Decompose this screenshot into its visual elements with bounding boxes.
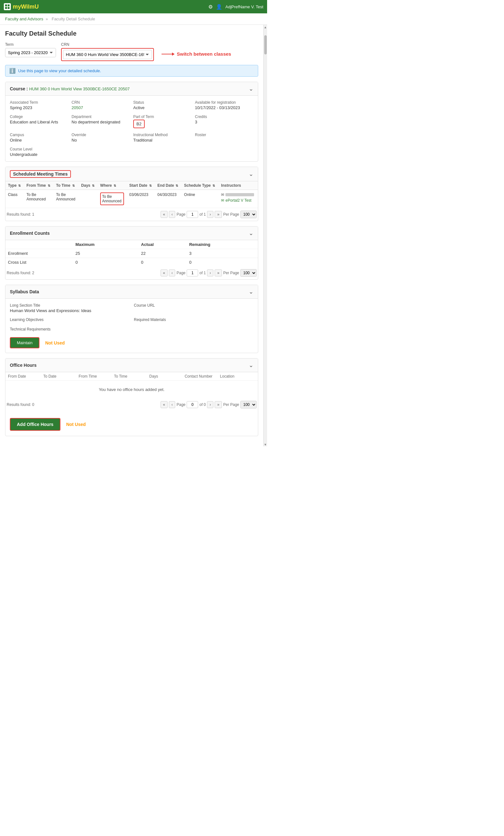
prev-page-btn[interactable]: ‹ — [169, 401, 175, 408]
required-materials: Required Materials — [134, 318, 253, 323]
office-hours-columns: From Date To Date From Time To Time Days… — [5, 372, 258, 381]
syllabus-section: Syllabus Data ⌄ Long Section Title Human… — [5, 285, 258, 353]
row-label: Enrollment — [5, 249, 73, 258]
enrollment-header[interactable]: Enrollment Counts ⌄ — [5, 227, 258, 240]
part-of-term-value: B2 — [133, 120, 145, 128]
cell-instructors: ✉ ✉ ePortal2 V Test — [218, 190, 258, 208]
scheduled-meeting-header[interactable]: Scheduled Meeting Times ⌄ — [5, 167, 258, 181]
col-actual: Actual — [139, 240, 187, 249]
scroll-down-arrow[interactable]: ▼ — [264, 443, 267, 446]
col-maximum: Maximum — [73, 240, 138, 249]
last-page-btn[interactable]: » — [215, 401, 222, 408]
office-hours-header[interactable]: Office Hours ⌄ — [5, 359, 258, 372]
scroll-thumb[interactable] — [264, 35, 267, 54]
available-detail: Available for registration 10/17/2022 - … — [195, 100, 253, 110]
next-page-btn[interactable]: › — [207, 401, 213, 408]
info-text: Use this page to view your detailed sche… — [18, 69, 101, 73]
enrollment-section: Enrollment Counts ⌄ Maximum Actual Remai… — [5, 226, 258, 280]
col-to-time: To Time ⇅ — [54, 181, 79, 190]
maintain-button[interactable]: Maintain — [10, 337, 39, 348]
term-group: Term Spring 2023 - 202320 — [5, 42, 56, 57]
first-page-btn[interactable]: « — [160, 401, 168, 408]
add-office-hours-button[interactable]: Add Office Hours — [10, 418, 60, 431]
row-remaining: 0 — [187, 258, 258, 267]
syllabus-header[interactable]: Syllabus Data ⌄ — [5, 285, 258, 299]
top-navbar: myWilmU ⚙ 👤 AdjPrefName V. Test — [0, 0, 267, 13]
row-maximum: 25 — [73, 249, 138, 258]
of-label: of 1 — [199, 271, 206, 275]
row-remaining: 3 — [187, 249, 258, 258]
page-input[interactable] — [187, 269, 198, 277]
first-page-btn[interactable]: « — [160, 269, 168, 277]
syllabus-not-used: Not Used — [45, 340, 64, 345]
logo: myWilmU — [4, 3, 39, 10]
scroll-up-arrow[interactable]: ▲ — [264, 25, 267, 29]
next-page-btn[interactable]: › — [207, 211, 213, 218]
page-label: Page — [176, 212, 186, 217]
breadcrumb-parent[interactable]: Faculty and Advisors — [5, 17, 43, 21]
svg-rect-3 — [8, 7, 9, 9]
associated-term: Associated Term Spring 2023 — [10, 100, 69, 110]
scrollbar[interactable]: ▲ ▼ — [263, 25, 267, 446]
chevron-down-icon: ⌄ — [249, 85, 253, 92]
email-icon: ✉ — [221, 192, 224, 197]
page-input[interactable] — [187, 401, 198, 408]
chevron-down-icon: ⌄ — [249, 288, 253, 295]
svg-rect-2 — [5, 7, 7, 9]
office-hours-pagination: Results found: 0 « ‹ Page of 0 › » Per P… — [5, 398, 258, 411]
col-from-date: From Date — [8, 374, 43, 379]
next-page-btn[interactable]: › — [207, 269, 213, 277]
user-icon[interactable]: 👤 — [216, 4, 222, 10]
crn-select[interactable]: HUM 360 0 Hum World View 3500BCE-1650CE … — [63, 50, 152, 59]
scheduled-meeting-body: Type ⇅ From Time ⇅ To Time ⇅ Days ⇅ Wher… — [5, 181, 258, 221]
instructor-name-link[interactable]: ePortal2 V Test — [226, 198, 251, 203]
per-page-select[interactable]: 100 — [240, 211, 257, 218]
syllabus-body: Long Section Title Human World Views and… — [5, 299, 258, 353]
campus-detail: Campus Online — [10, 133, 69, 142]
scheduled-meeting-title: Scheduled Meeting Times — [10, 170, 71, 178]
crn-detail: CRN 20507 — [72, 100, 130, 110]
prev-page-btn[interactable]: ‹ — [169, 211, 175, 218]
svg-rect-0 — [5, 4, 7, 6]
maintain-row: Maintain Not Used — [10, 337, 253, 348]
page-label: Page — [176, 402, 186, 407]
col-location: Location — [220, 374, 255, 379]
term-select[interactable]: Spring 2023 - 202320 — [5, 48, 56, 57]
col-to-time: To Time — [114, 374, 149, 379]
per-page-label: Per Page — [223, 271, 239, 275]
per-page-select[interactable]: 100 — [240, 401, 257, 408]
page-input[interactable] — [187, 211, 198, 218]
col-where: Where ⇅ — [98, 181, 127, 190]
first-page-btn[interactable]: « — [160, 211, 168, 218]
breadcrumb: Faculty and Advisors » Faculty Detail Sc… — [0, 13, 267, 25]
col-type: Type ⇅ — [5, 181, 24, 190]
chevron-down-icon: ⌄ — [249, 362, 253, 369]
gear-icon[interactable]: ⚙ — [208, 4, 213, 10]
col-schedule-type: Schedule Type ⇅ — [181, 181, 219, 190]
scheduled-meeting-table: Type ⇅ From Time ⇅ To Time ⇅ Days ⇅ Wher… — [5, 181, 258, 208]
chevron-down-icon: ⌄ — [249, 230, 253, 237]
last-page-btn[interactable]: » — [215, 269, 222, 277]
office-hours-title: Office Hours — [10, 363, 37, 368]
row-actual: 22 — [139, 249, 187, 258]
col-days: Days — [150, 374, 185, 379]
prev-page-btn[interactable]: ‹ — [169, 269, 175, 277]
course-section-header[interactable]: Course : HUM 360 0 Hum World View 3500BC… — [5, 82, 258, 96]
main-content: Faculty Detail Schedule Term Spring 2023… — [0, 25, 263, 446]
last-page-btn[interactable]: » — [215, 211, 222, 218]
cell-start-date: 03/06/2023 — [127, 190, 155, 208]
table-row: Class To BeAnnounced To BeAnnounced To B… — [5, 190, 258, 208]
row-maximum: 0 — [73, 258, 138, 267]
breadcrumb-separator: » — [46, 17, 48, 21]
per-page-select[interactable]: 100 — [240, 269, 257, 277]
override-detail: Override No — [72, 133, 130, 142]
info-icon: ℹ️ — [9, 68, 16, 74]
per-page-label: Per Page — [223, 212, 239, 217]
col-from-time: From Time — [79, 374, 114, 379]
table-row: Enrollment 25 22 3 — [5, 249, 258, 258]
results-label: Results found: 0 — [7, 402, 34, 407]
long-section-title: Long Section Title Human World Views and… — [10, 303, 130, 313]
term-crn-row: Term Spring 2023 - 202320 CRN HUM 360 0 … — [5, 42, 258, 61]
cell-from-time: To BeAnnounced — [24, 190, 54, 208]
office-hours-empty: You have no office hours added yet. — [5, 381, 258, 398]
